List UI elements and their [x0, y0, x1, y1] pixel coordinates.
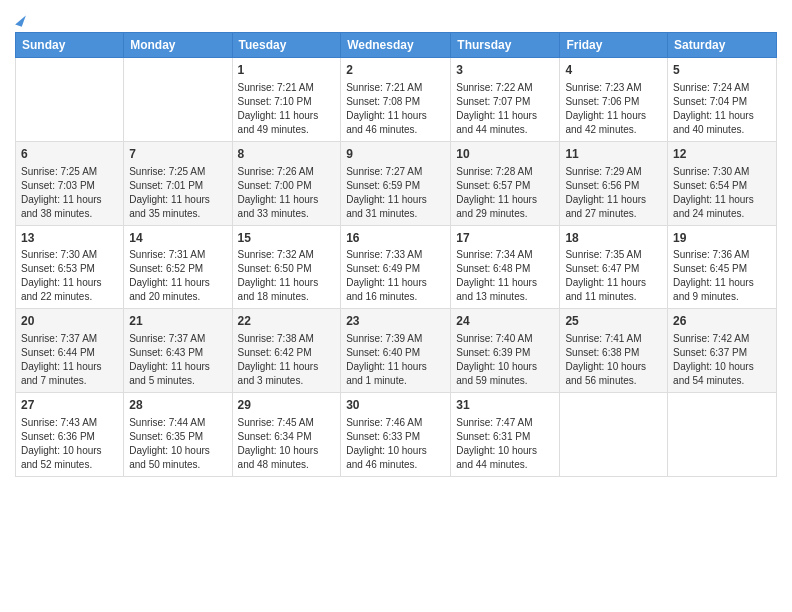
calendar-cell: 2Sunrise: 7:21 AM Sunset: 7:08 PM Daylig… [341, 58, 451, 142]
day-header-monday: Monday [124, 33, 232, 58]
day-info: Sunrise: 7:37 AM Sunset: 6:44 PM Dayligh… [21, 332, 118, 388]
calendar-cell: 1Sunrise: 7:21 AM Sunset: 7:10 PM Daylig… [232, 58, 341, 142]
calendar-week-5: 27Sunrise: 7:43 AM Sunset: 6:36 PM Dayli… [16, 393, 777, 477]
day-header-tuesday: Tuesday [232, 33, 341, 58]
day-info: Sunrise: 7:24 AM Sunset: 7:04 PM Dayligh… [673, 81, 771, 137]
day-info: Sunrise: 7:47 AM Sunset: 6:31 PM Dayligh… [456, 416, 554, 472]
day-number: 25 [565, 313, 662, 330]
logo [15, 10, 24, 26]
day-info: Sunrise: 7:37 AM Sunset: 6:43 PM Dayligh… [129, 332, 226, 388]
day-info: Sunrise: 7:23 AM Sunset: 7:06 PM Dayligh… [565, 81, 662, 137]
day-number: 13 [21, 230, 118, 247]
day-info: Sunrise: 7:21 AM Sunset: 7:10 PM Dayligh… [238, 81, 336, 137]
day-info: Sunrise: 7:25 AM Sunset: 7:01 PM Dayligh… [129, 165, 226, 221]
calendar-cell: 7Sunrise: 7:25 AM Sunset: 7:01 PM Daylig… [124, 141, 232, 225]
calendar-week-3: 13Sunrise: 7:30 AM Sunset: 6:53 PM Dayli… [16, 225, 777, 309]
day-number: 22 [238, 313, 336, 330]
calendar-cell: 3Sunrise: 7:22 AM Sunset: 7:07 PM Daylig… [451, 58, 560, 142]
day-number: 24 [456, 313, 554, 330]
day-number: 30 [346, 397, 445, 414]
day-info: Sunrise: 7:33 AM Sunset: 6:49 PM Dayligh… [346, 248, 445, 304]
day-info: Sunrise: 7:31 AM Sunset: 6:52 PM Dayligh… [129, 248, 226, 304]
day-number: 19 [673, 230, 771, 247]
calendar-cell [560, 393, 668, 477]
day-info: Sunrise: 7:28 AM Sunset: 6:57 PM Dayligh… [456, 165, 554, 221]
calendar-cell: 10Sunrise: 7:28 AM Sunset: 6:57 PM Dayli… [451, 141, 560, 225]
calendar-cell: 21Sunrise: 7:37 AM Sunset: 6:43 PM Dayli… [124, 309, 232, 393]
day-header-saturday: Saturday [668, 33, 777, 58]
day-info: Sunrise: 7:38 AM Sunset: 6:42 PM Dayligh… [238, 332, 336, 388]
day-header-wednesday: Wednesday [341, 33, 451, 58]
day-number: 15 [238, 230, 336, 247]
day-number: 31 [456, 397, 554, 414]
day-number: 20 [21, 313, 118, 330]
calendar-cell [668, 393, 777, 477]
day-number: 4 [565, 62, 662, 79]
day-header-friday: Friday [560, 33, 668, 58]
day-header-sunday: Sunday [16, 33, 124, 58]
day-info: Sunrise: 7:21 AM Sunset: 7:08 PM Dayligh… [346, 81, 445, 137]
calendar-cell: 24Sunrise: 7:40 AM Sunset: 6:39 PM Dayli… [451, 309, 560, 393]
calendar-cell: 30Sunrise: 7:46 AM Sunset: 6:33 PM Dayli… [341, 393, 451, 477]
day-number: 23 [346, 313, 445, 330]
calendar-cell: 8Sunrise: 7:26 AM Sunset: 7:00 PM Daylig… [232, 141, 341, 225]
day-number: 17 [456, 230, 554, 247]
calendar-cell: 14Sunrise: 7:31 AM Sunset: 6:52 PM Dayli… [124, 225, 232, 309]
day-info: Sunrise: 7:30 AM Sunset: 6:53 PM Dayligh… [21, 248, 118, 304]
calendar-cell: 16Sunrise: 7:33 AM Sunset: 6:49 PM Dayli… [341, 225, 451, 309]
calendar-cell [16, 58, 124, 142]
calendar-week-1: 1Sunrise: 7:21 AM Sunset: 7:10 PM Daylig… [16, 58, 777, 142]
calendar-cell: 27Sunrise: 7:43 AM Sunset: 6:36 PM Dayli… [16, 393, 124, 477]
calendar-cell: 26Sunrise: 7:42 AM Sunset: 6:37 PM Dayli… [668, 309, 777, 393]
day-info: Sunrise: 7:29 AM Sunset: 6:56 PM Dayligh… [565, 165, 662, 221]
calendar-cell: 19Sunrise: 7:36 AM Sunset: 6:45 PM Dayli… [668, 225, 777, 309]
day-info: Sunrise: 7:42 AM Sunset: 6:37 PM Dayligh… [673, 332, 771, 388]
day-number: 26 [673, 313, 771, 330]
day-number: 16 [346, 230, 445, 247]
day-info: Sunrise: 7:35 AM Sunset: 6:47 PM Dayligh… [565, 248, 662, 304]
day-info: Sunrise: 7:30 AM Sunset: 6:54 PM Dayligh… [673, 165, 771, 221]
day-number: 21 [129, 313, 226, 330]
day-number: 1 [238, 62, 336, 79]
calendar-header-row: SundayMondayTuesdayWednesdayThursdayFrid… [16, 33, 777, 58]
header [15, 10, 777, 26]
day-info: Sunrise: 7:36 AM Sunset: 6:45 PM Dayligh… [673, 248, 771, 304]
day-info: Sunrise: 7:45 AM Sunset: 6:34 PM Dayligh… [238, 416, 336, 472]
day-info: Sunrise: 7:27 AM Sunset: 6:59 PM Dayligh… [346, 165, 445, 221]
day-info: Sunrise: 7:44 AM Sunset: 6:35 PM Dayligh… [129, 416, 226, 472]
calendar-cell: 20Sunrise: 7:37 AM Sunset: 6:44 PM Dayli… [16, 309, 124, 393]
day-info: Sunrise: 7:34 AM Sunset: 6:48 PM Dayligh… [456, 248, 554, 304]
calendar-cell: 31Sunrise: 7:47 AM Sunset: 6:31 PM Dayli… [451, 393, 560, 477]
calendar-cell: 5Sunrise: 7:24 AM Sunset: 7:04 PM Daylig… [668, 58, 777, 142]
calendar: SundayMondayTuesdayWednesdayThursdayFrid… [15, 32, 777, 477]
calendar-cell: 13Sunrise: 7:30 AM Sunset: 6:53 PM Dayli… [16, 225, 124, 309]
day-number: 5 [673, 62, 771, 79]
calendar-cell: 25Sunrise: 7:41 AM Sunset: 6:38 PM Dayli… [560, 309, 668, 393]
calendar-cell: 15Sunrise: 7:32 AM Sunset: 6:50 PM Dayli… [232, 225, 341, 309]
calendar-cell: 29Sunrise: 7:45 AM Sunset: 6:34 PM Dayli… [232, 393, 341, 477]
day-info: Sunrise: 7:46 AM Sunset: 6:33 PM Dayligh… [346, 416, 445, 472]
day-info: Sunrise: 7:32 AM Sunset: 6:50 PM Dayligh… [238, 248, 336, 304]
calendar-cell [124, 58, 232, 142]
day-info: Sunrise: 7:22 AM Sunset: 7:07 PM Dayligh… [456, 81, 554, 137]
day-number: 28 [129, 397, 226, 414]
day-info: Sunrise: 7:41 AM Sunset: 6:38 PM Dayligh… [565, 332, 662, 388]
day-number: 6 [21, 146, 118, 163]
calendar-cell: 28Sunrise: 7:44 AM Sunset: 6:35 PM Dayli… [124, 393, 232, 477]
day-number: 29 [238, 397, 336, 414]
day-number: 8 [238, 146, 336, 163]
calendar-cell: 17Sunrise: 7:34 AM Sunset: 6:48 PM Dayli… [451, 225, 560, 309]
calendar-cell: 18Sunrise: 7:35 AM Sunset: 6:47 PM Dayli… [560, 225, 668, 309]
logo-icon [15, 13, 26, 27]
calendar-cell: 6Sunrise: 7:25 AM Sunset: 7:03 PM Daylig… [16, 141, 124, 225]
day-number: 11 [565, 146, 662, 163]
day-number: 3 [456, 62, 554, 79]
day-number: 27 [21, 397, 118, 414]
day-number: 10 [456, 146, 554, 163]
day-info: Sunrise: 7:40 AM Sunset: 6:39 PM Dayligh… [456, 332, 554, 388]
day-header-thursday: Thursday [451, 33, 560, 58]
calendar-week-4: 20Sunrise: 7:37 AM Sunset: 6:44 PM Dayli… [16, 309, 777, 393]
day-info: Sunrise: 7:43 AM Sunset: 6:36 PM Dayligh… [21, 416, 118, 472]
calendar-cell: 23Sunrise: 7:39 AM Sunset: 6:40 PM Dayli… [341, 309, 451, 393]
calendar-cell: 9Sunrise: 7:27 AM Sunset: 6:59 PM Daylig… [341, 141, 451, 225]
